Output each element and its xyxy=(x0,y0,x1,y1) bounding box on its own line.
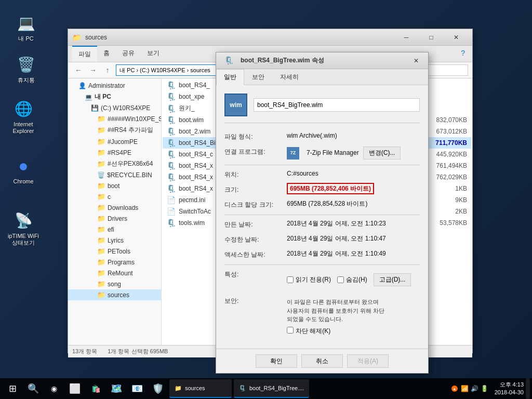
up-button[interactable]: ↑ xyxy=(101,64,114,76)
taskbar-task-sources[interactable]: 📁 sources xyxy=(169,379,232,398)
desktop-icon-ie[interactable]: 🌐 InternetExplorer xyxy=(5,96,42,137)
sidebar-item-rs4pe[interactable]: 📁 #RS4PE xyxy=(68,147,161,158)
network-icon[interactable]: 📶 xyxy=(461,385,469,392)
address-text: 내 PC › (C:) W10RS4XPE › sources xyxy=(119,66,210,74)
change-open-with-button[interactable]: 변경(C)... xyxy=(363,147,401,159)
taskbar-mail[interactable]: 📧 xyxy=(127,378,148,399)
attr-label: 특성: xyxy=(224,269,287,279)
sidebar-item-c-drive[interactable]: 💾 (C:) W10RS4XPE xyxy=(68,103,161,113)
unblock-checkbox[interactable] xyxy=(287,327,294,334)
close-button[interactable]: ✕ xyxy=(444,29,468,46)
folder-icon: 📁 xyxy=(97,115,105,123)
sidebar-item-recycle[interactable]: 🗑️ $RECYCLE.BIN xyxy=(68,170,161,180)
readonly-checkbox[interactable] xyxy=(287,276,294,283)
filename-input[interactable] xyxy=(254,98,420,112)
bigtree-task-icon: 🗜️ xyxy=(239,385,246,392)
advanced-button[interactable]: 고급(D)... xyxy=(374,273,411,286)
file-header-icon: wim xyxy=(224,94,247,116)
show-desktop-button[interactable] xyxy=(526,378,530,399)
desktop-icon-recycle-bin[interactable]: 🗑️ 휴지통 xyxy=(8,52,44,86)
sidebar-item-sunwoo[interactable]: 📁 #선우PEX86x64 xyxy=(68,158,161,170)
sidebar-item-boot[interactable]: 📁 boot xyxy=(68,180,161,191)
sidebar-item-sources[interactable]: 📁 sources xyxy=(68,289,161,300)
ok-button[interactable]: 확인 xyxy=(256,354,297,368)
hidden-checkbox[interactable] xyxy=(337,276,344,283)
apply-button[interactable]: 적용(A) xyxy=(347,354,389,368)
explorer-title: sources xyxy=(83,34,394,41)
dialog-tab-general[interactable]: 일반 xyxy=(216,69,244,85)
desktop-icon-iptime[interactable]: 📡 ipTIME WiFi상태보기 xyxy=(5,208,42,248)
sidebar-item-my-pc[interactable]: 💻 내 PC xyxy=(68,91,161,103)
wim-icon: wim xyxy=(230,101,242,109)
file-type-row: 파일 형식: wim Archive(.wim) xyxy=(224,131,420,141)
readonly-label: 읽기 전용(R) xyxy=(296,275,331,284)
sidebar-item-petools[interactable]: 📁 PETools xyxy=(68,246,161,257)
desktop-icon-my-pc[interactable]: 💻 내 PC xyxy=(8,10,44,44)
user-icon: 👤 xyxy=(78,82,86,89)
readonly-checkbox-label: 읽기 전용(R) xyxy=(287,275,331,284)
sidebar-item-rs4-extra[interactable]: 📁 ##RS4 추가파일 xyxy=(68,124,161,136)
dialog-tab-details[interactable]: 자세히 xyxy=(272,69,307,85)
taskbar-defender[interactable]: 🛡️ xyxy=(148,378,168,399)
cancel-button[interactable]: 취소 xyxy=(301,354,343,368)
help-button[interactable]: ? xyxy=(458,46,468,62)
taskbar-task-bigtree[interactable]: 🗜️ boot_RS4_BigTree.... xyxy=(234,379,309,398)
created-row: 만든 날짜: 2018년 4월 29일 어제, 오전 1:10:23 xyxy=(224,219,420,229)
divider-1 xyxy=(224,165,420,165)
sidebar-item-c[interactable]: 📁 c xyxy=(68,191,161,202)
window-controls: ─ □ ✕ xyxy=(394,29,468,46)
location-value: C:#sources xyxy=(287,169,420,178)
bigtree-task-label: boot_RS4_BigTree.... xyxy=(249,385,304,391)
sidebar-item-jucompe[interactable]: 📁 #JucomPE xyxy=(68,136,161,147)
folder-icon: 📁 xyxy=(97,138,105,145)
taskbar-maps[interactable]: 🗺️ xyxy=(106,378,127,399)
sidebar-item-lyrics[interactable]: 📁 Lyrics xyxy=(68,235,161,246)
system-clock[interactable]: 오후 4:13 2018-04-30 xyxy=(493,381,526,397)
sidebar-item-drivers[interactable]: 📁 Drivers xyxy=(68,213,161,224)
taskbar-store[interactable]: 🛍️ xyxy=(85,378,106,399)
notification-icon[interactable]: ▲ xyxy=(451,385,458,392)
tab-home[interactable]: 홈 xyxy=(97,46,116,62)
file-header: wim xyxy=(224,94,420,123)
maximize-button[interactable]: □ xyxy=(419,29,443,46)
location-label: 위치: xyxy=(224,169,287,179)
created-label: 만든 날짜: xyxy=(224,219,287,229)
ie-label: InternetExplorer xyxy=(13,121,34,135)
sidebar-item-song[interactable]: 📁 song xyxy=(68,278,161,289)
sidebar-administrator-label: Administrator xyxy=(88,82,125,89)
sidebar-item-efi[interactable]: 📁 efi xyxy=(68,224,161,235)
volume-icon[interactable]: 🔊 xyxy=(471,385,478,392)
dialog-content: wim 파일 형식: wim Archive(.wim) 연결 프로그램: 7Z… xyxy=(216,85,428,349)
hidden-checkbox-label: 숨김(H) xyxy=(337,275,367,284)
dialog-close-button[interactable]: ✕ xyxy=(408,54,424,68)
divider-3 xyxy=(224,264,420,265)
recycle-bin-icon: 🗑️ xyxy=(16,54,36,75)
location-row: 위치: C:#sources xyxy=(224,169,420,179)
forward-button[interactable]: → xyxy=(87,64,99,76)
taskbar-search[interactable]: 🔍 xyxy=(23,378,44,399)
sidebar-item-win10xpe[interactable]: 📁 #####Win10XPE_S xyxy=(68,113,161,124)
dialog-tab-security[interactable]: 보안 xyxy=(244,69,272,85)
tab-share[interactable]: 공유 xyxy=(116,46,141,62)
status-selected: 1개 항목 선택함 695MB xyxy=(108,348,168,355)
my-pc-icon: 💻 xyxy=(16,12,36,33)
desktop-icon-chrome[interactable]: ● Chrome xyxy=(5,153,42,187)
explorer-titlebar: 📁 sources ─ □ ✕ xyxy=(68,29,472,46)
taskbar-cortana[interactable]: ◉ xyxy=(44,378,64,399)
tab-view[interactable]: 보기 xyxy=(141,46,166,62)
back-button[interactable]: ← xyxy=(72,64,85,76)
sidebar-item-programs[interactable]: 📁 Programs xyxy=(68,257,161,268)
sidebar-item-downloads[interactable]: 📁 Downloads xyxy=(68,202,161,213)
file-icon: 🗜️ xyxy=(167,150,176,158)
sidebar-item-remount[interactable]: 📁 ReMount xyxy=(68,268,161,278)
accessed-label: 액세스한 날짜: xyxy=(224,249,287,259)
file-icon: 🗜️ xyxy=(167,162,176,170)
start-button[interactable]: ⊞ xyxy=(2,378,23,399)
chrome-label: Chrome xyxy=(13,178,33,185)
tab-file[interactable]: 파일 xyxy=(72,46,97,62)
drive-icon: 💾 xyxy=(91,104,99,112)
sidebar-item-administrator[interactable]: 👤 Administrator xyxy=(68,81,161,91)
battery-icon: 🔋 xyxy=(481,385,488,392)
minimize-button[interactable]: ─ xyxy=(394,29,418,46)
taskbar-task-view[interactable]: ⬜ xyxy=(64,378,85,399)
